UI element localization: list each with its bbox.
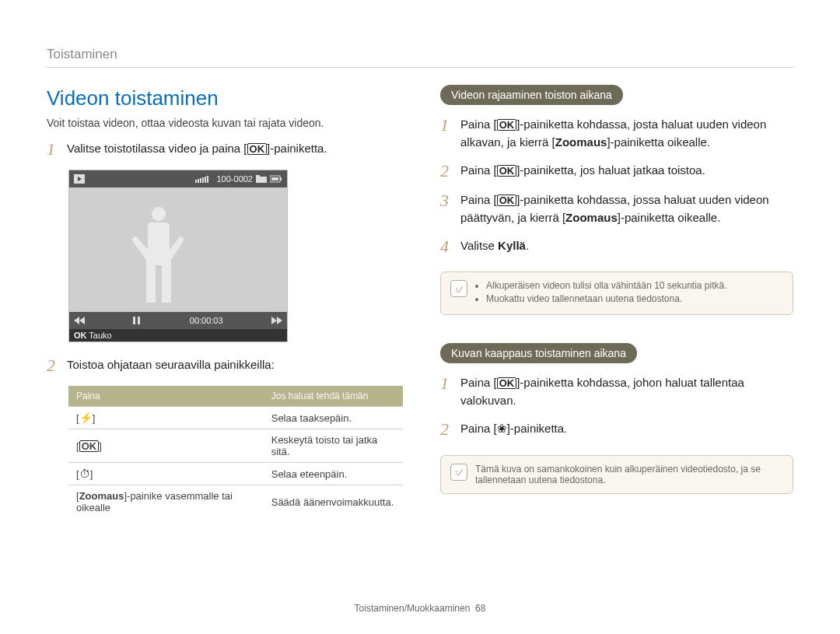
folder-icon	[256, 175, 267, 183]
section-header: Toistaminen	[47, 47, 793, 68]
svg-rect-2	[195, 180, 197, 183]
subsection-pill: Videon rajaaminen toiston aikana	[440, 85, 623, 105]
note-box: Alkuperäisen videon tulisi olla vähintää…	[440, 271, 793, 315]
table-header: Jos haluat tehdä tämän	[264, 386, 403, 407]
step-number: 2	[440, 162, 453, 180]
svg-rect-7	[207, 176, 208, 183]
ok-icon: OK	[79, 440, 100, 452]
svg-rect-4	[200, 178, 201, 183]
step-text: Paina [OK]-painiketta kohdassa, josta ha…	[460, 116, 793, 151]
controls-table: Paina Jos haluat tehdä tämän [⚡] Selaa t…	[68, 386, 403, 518]
step-number: 1	[440, 116, 453, 135]
ok-icon: OK	[497, 165, 517, 177]
note-icon	[450, 280, 467, 297]
step-number: 3	[440, 191, 453, 210]
step-text: Paina [OK]-painiketta, jos haluat jatkaa…	[460, 162, 793, 180]
note-icon	[450, 464, 467, 481]
ok-icon: OK	[497, 119, 517, 131]
file-counter: 100-0002	[217, 174, 254, 184]
table-row: [OK] Keskeytä toisto tai jatka sitä.	[68, 429, 403, 463]
note-box: Tämä kuva on samankokoinen kuin alkuperä…	[440, 455, 793, 494]
table-row: [Zoomaus]-painike vasemmalle tai oikeall…	[68, 485, 403, 519]
ok-label: OK	[74, 331, 87, 340]
ok-icon: OK	[497, 194, 517, 206]
volume-bars-icon	[195, 175, 214, 183]
step-text: Valitse toistotilassa video ja paina [OK…	[67, 140, 403, 158]
play-indicator-icon	[74, 174, 85, 184]
step-number: 1	[47, 140, 59, 159]
note-item: Alkuperäisen videon tulisi olla vähintää…	[486, 280, 727, 291]
table-row: [⚡] Selaa taaksepäin.	[68, 407, 403, 429]
silhouette-graphic	[124, 203, 194, 304]
svg-marker-18	[277, 317, 282, 324]
svg-rect-5	[202, 177, 204, 183]
svg-rect-11	[271, 177, 278, 180]
step-number: 2	[47, 356, 59, 375]
ok-icon: OK	[247, 143, 268, 155]
svg-marker-17	[271, 317, 277, 324]
step-text: Valitse Kyllä.	[460, 237, 793, 255]
svg-marker-14	[79, 317, 85, 324]
step-number: 2	[440, 420, 453, 439]
table-header: Paina	[68, 386, 264, 407]
step-text: Paina [❀]-painiketta.	[460, 420, 793, 438]
rewind-icon	[74, 317, 85, 324]
svg-rect-16	[138, 317, 140, 324]
page-title: Videon toistaminen	[47, 86, 403, 110]
svg-rect-12	[280, 177, 282, 180]
battery-icon	[270, 175, 282, 183]
table-row: [⏱] Selaa eteenpäin.	[68, 463, 403, 485]
svg-rect-8	[256, 177, 267, 183]
subsection-pill: Kuvan kaappaus toistaminen aikana	[440, 343, 637, 363]
step-text: Toistoa ohjataan seuraavilla painikkeill…	[67, 356, 403, 374]
svg-rect-6	[205, 177, 206, 183]
video-playback-screenshot: 100-0002 00:00:03 OK	[68, 170, 288, 342]
step-text: Paina [OK]-painiketta kohdassa, jossa ha…	[460, 191, 793, 226]
svg-rect-9	[256, 175, 260, 177]
step-number: 1	[440, 374, 453, 393]
pause-icon	[133, 317, 141, 324]
pause-label: Tauko	[89, 331, 111, 340]
svg-rect-15	[133, 317, 135, 324]
svg-marker-13	[74, 317, 79, 324]
step-text: Paina [OK]-painiketta kohdassa, johon ha…	[460, 374, 793, 409]
flash-icon: ⚡	[79, 412, 93, 424]
elapsed-time: 00:00:03	[190, 316, 223, 325]
note-item: Muokattu video tallennetaan uutena tiedo…	[486, 293, 727, 304]
step-number: 4	[440, 237, 453, 256]
ok-icon: OK	[497, 377, 517, 389]
note-text: Tämä kuva on samankokoinen kuin alkuperä…	[475, 464, 783, 485]
intro-text: Voit toistaa videon, ottaa videosta kuva…	[47, 117, 403, 129]
forward-icon	[271, 317, 282, 324]
page-footer: Toistaminen/Muokkaaminen 68	[0, 603, 840, 614]
svg-rect-3	[198, 179, 199, 183]
timer-icon: ⏱	[79, 468, 90, 480]
flower-icon: ❀	[497, 420, 507, 438]
